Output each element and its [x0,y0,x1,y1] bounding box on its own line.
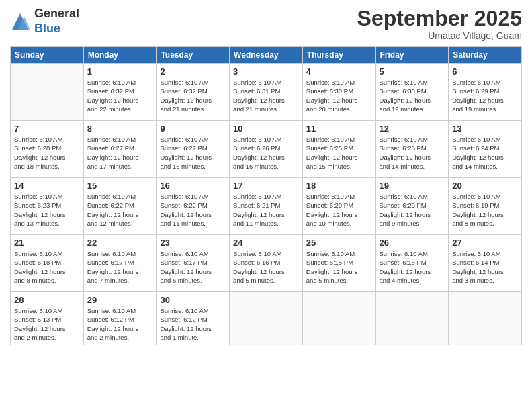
logo-blue: Blue [34,21,60,35]
table-row: 17Sunrise: 6:10 AM Sunset: 6:21 PM Dayli… [230,178,303,235]
day-number: 22 [87,238,153,248]
table-row: 7Sunrise: 6:10 AM Sunset: 6:28 PM Daylig… [11,121,84,178]
day-info: Sunrise: 6:10 AM Sunset: 6:18 PM Dayligh… [14,249,80,285]
day-info: Sunrise: 6:10 AM Sunset: 6:15 PM Dayligh… [380,249,445,285]
table-row: 10Sunrise: 6:10 AM Sunset: 6:26 PM Dayli… [230,121,303,178]
table-row: 2Sunrise: 6:10 AM Sunset: 6:32 PM Daylig… [157,64,230,121]
col-tuesday: Tuesday [157,47,230,64]
table-row: 9Sunrise: 6:10 AM Sunset: 6:27 PM Daylig… [157,121,230,178]
day-info: Sunrise: 6:10 AM Sunset: 6:16 PM Dayligh… [233,249,299,285]
day-number: 14 [14,181,80,191]
day-info: Sunrise: 6:10 AM Sunset: 6:19 PM Dayligh… [452,192,518,228]
day-info: Sunrise: 6:10 AM Sunset: 6:15 PM Dayligh… [306,249,372,285]
logo-general: General [34,7,79,20]
day-info: Sunrise: 6:10 AM Sunset: 6:28 PM Dayligh… [14,135,80,171]
day-number: 2 [160,66,226,77]
location-subtitle: Umatac Village, Guam [357,30,522,41]
day-number: 30 [160,295,226,305]
table-row: 24Sunrise: 6:10 AM Sunset: 6:16 PM Dayli… [230,235,303,292]
day-info: Sunrise: 6:10 AM Sunset: 6:23 PM Dayligh… [14,192,80,228]
day-info: Sunrise: 6:10 AM Sunset: 6:25 PM Dayligh… [380,135,445,171]
day-info: Sunrise: 6:10 AM Sunset: 6:17 PM Dayligh… [160,249,226,285]
table-row [449,292,522,345]
table-row: 27Sunrise: 6:10 AM Sunset: 6:14 PM Dayli… [449,235,522,292]
table-row [11,64,84,121]
table-row: 3Sunrise: 6:10 AM Sunset: 6:31 PM Daylig… [230,64,303,121]
day-info: Sunrise: 6:10 AM Sunset: 6:22 PM Dayligh… [87,192,153,228]
table-row: 18Sunrise: 6:10 AM Sunset: 6:20 PM Dayli… [302,178,375,235]
day-number: 24 [233,238,299,248]
day-info: Sunrise: 6:10 AM Sunset: 6:32 PM Dayligh… [87,78,153,113]
day-info: Sunrise: 6:10 AM Sunset: 6:24 PM Dayligh… [452,135,518,171]
day-number: 10 [233,124,299,134]
table-row: 30Sunrise: 6:10 AM Sunset: 6:12 PM Dayli… [157,292,230,345]
table-row: 6Sunrise: 6:10 AM Sunset: 6:29 PM Daylig… [449,64,522,121]
day-info: Sunrise: 6:10 AM Sunset: 6:30 PM Dayligh… [380,78,445,113]
table-row [302,292,375,345]
day-info: Sunrise: 6:10 AM Sunset: 6:20 PM Dayligh… [306,192,372,228]
day-number: 25 [306,238,372,248]
day-number: 6 [452,66,518,77]
table-row: 15Sunrise: 6:10 AM Sunset: 6:22 PM Dayli… [83,178,157,235]
table-row: 20Sunrise: 6:10 AM Sunset: 6:19 PM Dayli… [449,178,522,235]
day-info: Sunrise: 6:10 AM Sunset: 6:27 PM Dayligh… [87,135,153,171]
day-info: Sunrise: 6:10 AM Sunset: 6:12 PM Dayligh… [160,306,226,342]
col-sunday: Sunday [11,47,84,64]
table-row: 28Sunrise: 6:10 AM Sunset: 6:13 PM Dayli… [11,292,84,345]
table-row: 16Sunrise: 6:10 AM Sunset: 6:22 PM Dayli… [157,178,230,235]
title-block: September 2025 Umatac Village, Guam [357,7,522,41]
day-number: 21 [14,238,80,248]
day-number: 12 [380,124,445,134]
day-number: 28 [14,295,80,305]
table-row: 12Sunrise: 6:10 AM Sunset: 6:25 PM Dayli… [375,121,449,178]
header: General Blue September 2025 Umatac Villa… [10,7,522,41]
day-info: Sunrise: 6:10 AM Sunset: 6:27 PM Dayligh… [160,135,226,171]
table-row [230,292,303,345]
day-info: Sunrise: 6:10 AM Sunset: 6:29 PM Dayligh… [452,78,518,113]
day-info: Sunrise: 6:10 AM Sunset: 6:30 PM Dayligh… [306,78,372,113]
day-number: 7 [14,124,80,134]
calendar-header-row: Sunday Monday Tuesday Wednesday Thursday… [11,47,522,64]
col-thursday: Thursday [302,47,375,64]
table-row: 8Sunrise: 6:10 AM Sunset: 6:27 PM Daylig… [83,121,157,178]
day-number: 3 [233,66,299,77]
table-row: 23Sunrise: 6:10 AM Sunset: 6:17 PM Dayli… [157,235,230,292]
day-info: Sunrise: 6:10 AM Sunset: 6:31 PM Dayligh… [233,78,299,113]
logo-text: General Blue [34,7,79,36]
calendar-table: Sunday Monday Tuesday Wednesday Thursday… [10,46,522,345]
table-row: 13Sunrise: 6:10 AM Sunset: 6:24 PM Dayli… [449,121,522,178]
table-row: 11Sunrise: 6:10 AM Sunset: 6:25 PM Dayli… [302,121,375,178]
col-saturday: Saturday [449,47,522,64]
day-info: Sunrise: 6:10 AM Sunset: 6:32 PM Dayligh… [160,78,226,113]
day-number: 9 [160,124,226,134]
day-number: 17 [233,181,299,191]
day-info: Sunrise: 6:10 AM Sunset: 6:12 PM Dayligh… [87,306,153,342]
day-number: 20 [452,181,518,191]
day-number: 13 [452,124,518,134]
day-number: 18 [306,181,372,191]
day-number: 26 [380,238,445,248]
day-number: 5 [380,66,445,77]
month-title: September 2025 [357,7,522,30]
day-info: Sunrise: 6:10 AM Sunset: 6:20 PM Dayligh… [380,192,445,228]
table-row: 29Sunrise: 6:10 AM Sunset: 6:12 PM Dayli… [83,292,157,345]
table-row: 14Sunrise: 6:10 AM Sunset: 6:23 PM Dayli… [11,178,84,235]
logo: General Blue [10,7,79,36]
day-number: 1 [87,66,153,77]
table-row: 25Sunrise: 6:10 AM Sunset: 6:15 PM Dayli… [302,235,375,292]
table-row [375,292,449,345]
day-info: Sunrise: 6:10 AM Sunset: 6:17 PM Dayligh… [87,249,153,285]
col-friday: Friday [375,47,449,64]
day-info: Sunrise: 6:10 AM Sunset: 6:26 PM Dayligh… [233,135,299,171]
day-info: Sunrise: 6:10 AM Sunset: 6:22 PM Dayligh… [160,192,226,228]
day-info: Sunrise: 6:10 AM Sunset: 6:21 PM Dayligh… [233,192,299,228]
day-number: 23 [160,238,226,248]
table-row: 21Sunrise: 6:10 AM Sunset: 6:18 PM Dayli… [11,235,84,292]
table-row: 22Sunrise: 6:10 AM Sunset: 6:17 PM Dayli… [83,235,157,292]
day-info: Sunrise: 6:10 AM Sunset: 6:13 PM Dayligh… [14,306,80,342]
day-number: 8 [87,124,153,134]
day-number: 11 [306,124,372,134]
day-number: 29 [87,295,153,305]
col-monday: Monday [83,47,157,64]
page: General Blue September 2025 Umatac Villa… [0,0,532,411]
